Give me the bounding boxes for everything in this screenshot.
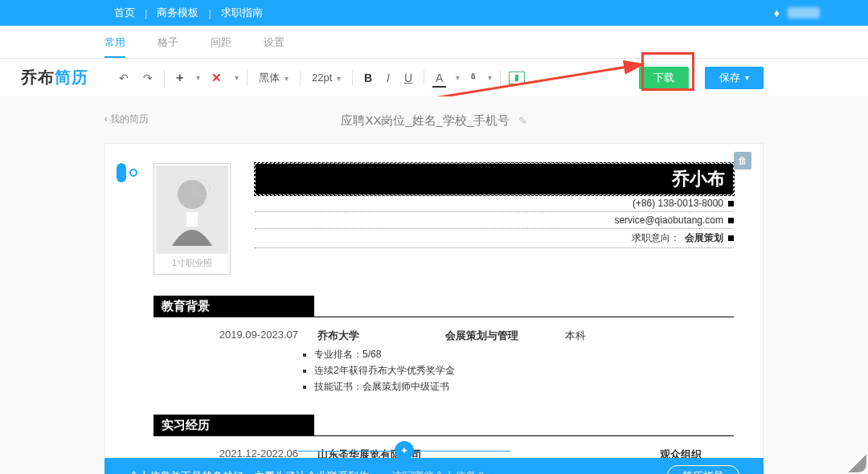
delete-section-icon[interactable]: 🗑 [734, 152, 751, 170]
delete-dropdown-icon[interactable]: ▾ [235, 73, 239, 82]
text-color-button[interactable]: A [432, 70, 446, 86]
edit-title-icon[interactable]: ✎ [518, 115, 527, 127]
logo-text-a: 乔布 [21, 68, 55, 86]
profile-intent[interactable]: 求职意向：会展策划 [255, 229, 734, 248]
undo-icon[interactable]: ↶ [116, 70, 132, 86]
site-logo[interactable]: 乔布简历 [21, 67, 88, 88]
insert-profile-icon[interactable]: ▮ [509, 72, 525, 84]
photo-placeholder[interactable]: 1寸职业照 [154, 163, 231, 275]
tip-link[interactable]: 该写哪些个人信息？ [392, 469, 486, 474]
tab-grid[interactable]: 格子 [158, 31, 178, 58]
edu-bullets[interactable]: 专业排名：5/68 连续2年获得乔布大学优秀奖学金 技能证书：会展策划师中级证书 [314, 348, 734, 394]
font-size-select[interactable]: 22pt ▾ [309, 70, 344, 85]
delete-button[interactable]: ✕ [208, 69, 225, 87]
profile-email[interactable]: service@qiaobutang.com [255, 212, 734, 229]
list-item: 技能证书：会展策划师中级证书 [314, 380, 734, 394]
section-drag-handle[interactable] [117, 163, 137, 182]
tab-common[interactable]: 常用 [104, 31, 125, 58]
edu-school: 乔布大学 [317, 329, 398, 343]
logo-text-b: 简历 [55, 68, 88, 86]
color-dropdown-icon[interactable]: ▾ [456, 73, 460, 82]
resume-canvas: 🗑 1寸职业照 乔小布 (+86) 138-0013-8000 service@… [104, 143, 764, 474]
resume-guide-button[interactable]: 简历指导 [667, 465, 739, 474]
vip-diamond-icon[interactable]: ♦ [774, 6, 780, 19]
top-nav: 首页 | 商务模板 | 求职指南 ♦ [0, 0, 868, 26]
content-area: 我的简历 应聘XX岗位_姓名_学校_手机号 ✎ 🗑 1寸职业照 [0, 96, 868, 474]
nav-guide[interactable]: 求职指南 [211, 6, 272, 20]
strike-dropdown-icon[interactable]: ▾ [488, 73, 492, 82]
save-button[interactable]: 保存 ▾ [705, 67, 764, 89]
nav-templates[interactable]: 商务模板 [147, 6, 208, 20]
download-button[interactable]: 下载 [639, 67, 689, 89]
nav-home[interactable]: 首页 [104, 6, 145, 20]
underline-button[interactable]: U [401, 70, 416, 86]
avatar-icon [164, 174, 220, 246]
tab-spacing[interactable]: 间距 [211, 31, 231, 58]
profile-info: 乔小布 (+86) 138-0013-8000 service@qiaobuta… [255, 163, 734, 275]
tab-settings[interactable]: 设置 [264, 31, 285, 58]
photo-caption: 1寸职业照 [156, 254, 228, 272]
toolbar: 乔布简历 ↶ ↷ +▾ ✕▾ 黑体 ▾ 22pt ▾ B I U A▾ ᵟ▾ ▮… [0, 59, 868, 96]
svg-rect-3 [186, 212, 198, 227]
add-dropdown-icon[interactable]: ▾ [196, 73, 200, 82]
section-title-intern[interactable]: 实习经历 [154, 415, 314, 436]
svg-point-1 [178, 180, 207, 209]
tip-text: 个人信息并不是越多越好，主要为了让企业联系到你。 [129, 469, 379, 474]
strike-format-button[interactable]: ᵟ [468, 70, 478, 86]
section-title-education[interactable]: 教育背景 [154, 296, 314, 317]
profile-phone[interactable]: (+86) 138-0013-8000 [255, 195, 734, 212]
italic-button[interactable]: I [383, 70, 393, 86]
list-item: 连续2年获得乔布大学优秀奖学金 [314, 364, 734, 378]
edu-date: 2019.09-2023.07 [202, 329, 298, 343]
education-row[interactable]: 2019.09-2023.07 乔布大学 会展策划与管理 本科 [202, 329, 734, 343]
bold-button[interactable]: B [361, 70, 375, 86]
resize-corner-icon [849, 455, 866, 472]
tip-footer: 个人信息并不是越多越好，主要为了让企业联系到你。 该写哪些个人信息？ 简历指导 [104, 458, 764, 474]
font-family-select[interactable]: 黑体 ▾ [256, 69, 292, 87]
edu-degree: 本科 [565, 329, 613, 343]
document-title-row: 应聘XX岗位_姓名_学校_手机号 ✎ [104, 113, 764, 129]
user-name-blurred[interactable] [788, 7, 820, 18]
document-title[interactable]: 应聘XX岗位_姓名_学校_手机号 [341, 113, 510, 127]
edu-major: 会展策划与管理 [417, 329, 546, 343]
editor-tabs: 常用 格子 间距 设置 [0, 26, 868, 59]
list-item: 专业排名：5/68 [314, 348, 734, 362]
profile-name[interactable]: 乔小布 [255, 163, 734, 195]
add-button[interactable]: + [173, 69, 186, 87]
redo-icon[interactable]: ↷ [140, 70, 156, 86]
